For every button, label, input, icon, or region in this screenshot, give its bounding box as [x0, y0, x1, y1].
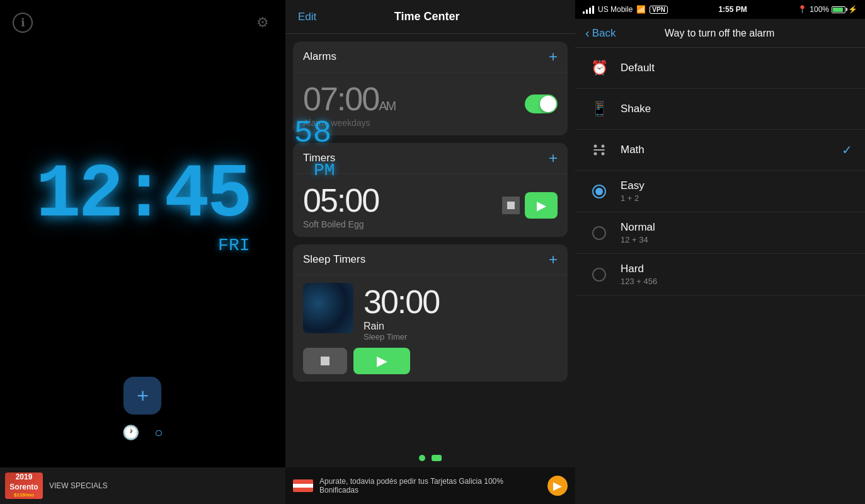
shake-label: Shake	[621, 103, 852, 115]
easy-sublabel: 1 + 2	[621, 193, 852, 203]
wifi-icon: 📶	[636, 5, 646, 14]
middle-content: Alarms + 07:00AM Alarm, weekdays Timers …	[285, 34, 575, 449]
alarms-add-button[interactable]: +	[549, 48, 558, 66]
settings-icon[interactable]: ⚙	[253, 13, 273, 33]
list-item-math[interactable]: Math ✓	[575, 130, 865, 171]
ad-mid-text: Apurate, todavia podés pedir tus Tarjeta…	[319, 477, 541, 495]
radio-unchecked-hard	[592, 268, 606, 282]
ad-banner-mid[interactable]: Apurate, todavia podés pedir tus Tarjeta…	[285, 467, 575, 504]
stop-icon	[507, 202, 515, 209]
sleep-timers-header: Sleep Timers +	[293, 244, 568, 275]
dot-2[interactable]	[432, 455, 442, 461]
timers-add-button[interactable]: +	[549, 149, 558, 167]
sleep-play-button[interactable]: ▶	[353, 348, 410, 374]
right-panel: US Mobile 📶 VPN 1:55 PM 📍 100% ⚡ ‹ Back …	[575, 0, 865, 504]
timer-info: 05:00 Soft Boiled Egg	[303, 181, 379, 229]
ad-cta-left: VIEW SPECIALS	[49, 481, 280, 490]
sleep-stop-icon	[321, 357, 329, 365]
list-item-easy-text: Easy 1 + 2	[621, 180, 852, 203]
list-item-shake[interactable]: 📱 Shake	[575, 89, 865, 130]
math-label: Math	[621, 144, 842, 156]
ad-flag-icon	[293, 479, 313, 492]
alarms-section: Alarms + 07:00AM Alarm, weekdays	[293, 42, 568, 135]
add-button[interactable]: +	[123, 377, 161, 415]
normal-sublabel: 12 + 34	[621, 235, 852, 244]
bottom-nav: 🕐 ○	[122, 425, 163, 441]
hard-label: Hard	[621, 263, 852, 275]
page-dots	[285, 449, 575, 467]
middle-title: Time Center	[394, 10, 460, 23]
status-right: 📍 100% ⚡	[798, 5, 857, 14]
bottom-controls: + 🕐 ○	[122, 377, 163, 441]
list-item-normal-text: Normal 12 + 34	[621, 221, 852, 244]
dot-1[interactable]	[419, 455, 425, 461]
battery-fill	[833, 8, 843, 12]
battery-percent: 100%	[810, 5, 829, 14]
nav-clock-icon[interactable]: 🕐	[122, 425, 139, 441]
battery-icon	[832, 6, 845, 13]
easy-label: Easy	[621, 180, 852, 192]
edit-button[interactable]: Edit	[298, 11, 316, 23]
svg-point-0	[594, 145, 597, 148]
signal-bar-3	[589, 8, 591, 14]
alarm-toggle[interactable]	[525, 94, 558, 113]
hard-radio-icon	[588, 263, 610, 286]
sleep-timers-title: Sleep Timers	[303, 253, 365, 266]
ad-cta-button[interactable]: ▶	[547, 476, 568, 496]
sleep-item: 30:00 Rain Sleep Timer ▶	[293, 275, 568, 382]
back-chevron-icon: ‹	[585, 26, 590, 40]
back-label: Back	[592, 27, 616, 40]
sleep-controls: ▶	[303, 348, 558, 374]
radio-unchecked	[592, 226, 606, 240]
timer-item: 05:00 Soft Boiled Egg ▶	[293, 174, 568, 237]
sleep-thumbnail	[303, 283, 353, 333]
signal-bar-1	[583, 11, 585, 14]
math-checkmark-icon: ✓	[842, 142, 852, 158]
status-left: US Mobile 📶 VPN	[583, 5, 668, 14]
nav-circle-icon[interactable]: ○	[154, 425, 163, 441]
list-item-easy[interactable]: Easy 1 + 2	[575, 171, 865, 212]
timer-time: 05:00	[303, 181, 379, 219]
default-label: Default	[621, 62, 852, 74]
clock-seconds: 58	[294, 115, 332, 151]
list-item-normal[interactable]: Normal 12 + 34	[575, 212, 865, 254]
alarms-title: Alarms	[303, 50, 336, 63]
sleep-time: 30:00	[364, 283, 439, 321]
list-item-hard[interactable]: Hard 123 + 456	[575, 254, 865, 295]
sleep-label: Sleep Timer	[364, 332, 439, 341]
add-icon: +	[137, 384, 149, 408]
sleep-stop-button[interactable]	[303, 348, 347, 374]
alarm-icon: ⏰	[588, 57, 610, 79]
clock-day: FRI	[218, 236, 249, 255]
alarm-time: 07:00AM	[303, 80, 395, 118]
charging-icon: ⚡	[848, 5, 857, 14]
svg-point-1	[602, 145, 605, 148]
timer-subtitle: Soft Boiled Egg	[303, 219, 379, 229]
timer-play-button[interactable]: ▶	[525, 192, 558, 219]
right-list: ⏰ Default 📱 Shake	[575, 48, 865, 504]
ad-car-image: 2019 Sorento $119/mo	[5, 472, 43, 499]
sleep-name: Rain	[364, 321, 439, 332]
sleep-thumb-art	[303, 283, 353, 333]
svg-point-3	[594, 152, 597, 156]
ad-banner-left[interactable]: 2019 Sorento $119/mo VIEW SPECIALS	[0, 467, 285, 504]
ad-price: $119/mo	[5, 492, 43, 498]
easy-radio-icon	[588, 180, 610, 203]
timer-stop-button[interactable]	[502, 197, 520, 214]
clock-display: 12:45 PM 58 FRI	[35, 158, 249, 255]
normal-label: Normal	[621, 221, 852, 234]
clock-ampm: PM	[314, 161, 335, 180]
alarm-item: 07:00AM Alarm, weekdays	[293, 72, 568, 135]
ad-year: 2019 Sorento	[5, 472, 43, 492]
sleep-info: 30:00 Rain Sleep Timer	[364, 283, 439, 341]
back-button[interactable]: ‹ Back	[585, 26, 616, 40]
info-icon[interactable]: ℹ	[13, 13, 33, 33]
normal-radio-icon	[588, 222, 610, 244]
timer-controls: ▶	[502, 192, 558, 219]
clock-time: 12:45	[35, 158, 249, 233]
list-item-default[interactable]: ⏰ Default	[575, 48, 865, 89]
middle-header: Edit Time Center	[285, 0, 575, 34]
svg-rect-2	[593, 149, 605, 151]
sleep-timers-add-button[interactable]: +	[549, 251, 558, 268]
right-nav: ‹ Back Way to turn off the alarm	[575, 19, 865, 48]
